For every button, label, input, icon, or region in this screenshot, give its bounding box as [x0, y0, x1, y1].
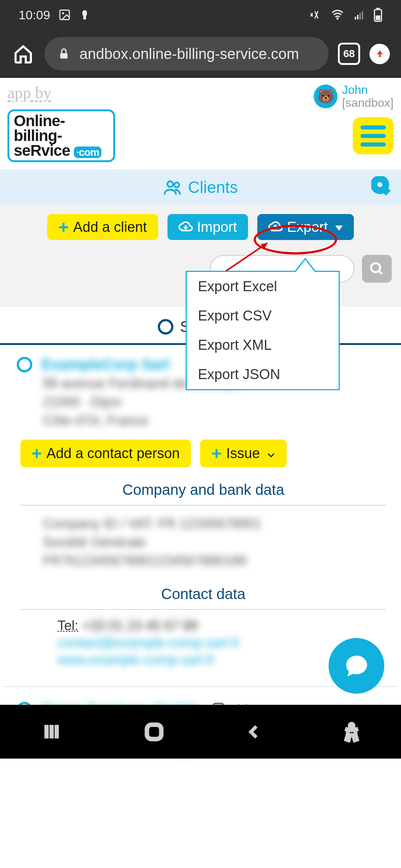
signal-icon: [353, 9, 366, 20]
accessibility-button[interactable]: [342, 721, 361, 743]
svg-point-16: [371, 263, 380, 272]
add-client-button[interactable]: + Add a client: [47, 214, 158, 240]
svg-rect-29: [147, 724, 161, 739]
list-search-button[interactable]: [362, 255, 392, 283]
lock-icon: [58, 47, 70, 61]
clients-header-bar: Clients: [0, 170, 401, 205]
svg-rect-9: [376, 8, 380, 10]
svg-line-17: [379, 271, 382, 274]
import-button[interactable]: Import: [167, 214, 248, 240]
svg-rect-5: [357, 15, 359, 20]
svg-point-1: [62, 12, 64, 14]
people-icon: [163, 179, 182, 195]
contact-email-link[interactable]: contact@example-comp-sarl.fr: [17, 635, 390, 651]
tab-count-button[interactable]: 68: [338, 43, 360, 65]
select-circle[interactable]: [17, 357, 32, 372]
plus-icon: +: [211, 443, 222, 464]
svg-point-14: [374, 179, 386, 191]
home-button[interactable]: [143, 721, 165, 743]
status-time: 10:09: [19, 8, 50, 22]
user-name: John: [342, 83, 394, 96]
issue-button[interactable]: + Issue: [200, 440, 287, 467]
chevron-down-icon: [267, 445, 276, 461]
android-status-bar: 10:09: [0, 0, 401, 30]
url-bar[interactable]: andbox.online-billing-service.com: [45, 37, 329, 70]
url-text: andbox.online-billing-service.com: [79, 46, 299, 62]
svg-rect-0: [60, 10, 69, 20]
browser-toolbar: andbox.online-billing-service.com 68: [0, 30, 401, 78]
svg-point-30: [349, 724, 353, 727]
plus-icon: +: [32, 443, 42, 464]
svg-rect-7: [362, 11, 363, 20]
actions-row: + Add a client Import Export: [0, 214, 401, 240]
svg-rect-2: [83, 16, 86, 20]
wifi-icon: [330, 9, 345, 21]
company-data-2: Société Générale: [43, 535, 390, 550]
user-chip[interactable]: 🐻 John [sandbox]: [314, 83, 394, 109]
back-button[interactable]: [245, 721, 262, 743]
client-address-3: Côte-d'Or, France: [43, 413, 390, 428]
app-by-label: app by: [7, 83, 52, 102]
chat-icon: [343, 652, 371, 680]
browser-update-button[interactable]: [369, 44, 390, 64]
page-content: app by 🐻 John [sandbox] Online-billing- …: [0, 78, 401, 759]
page-title: Clients: [188, 178, 238, 197]
company-data-3: FR7612345678901234567890189: [43, 553, 390, 569]
svg-rect-11: [60, 53, 68, 59]
logo[interactable]: Online-billing- seRvice ·com: [7, 109, 115, 162]
cloud-download-icon: [179, 221, 193, 233]
chevron-down-icon: [332, 219, 343, 235]
export-xml-item[interactable]: Export XML: [187, 331, 339, 360]
contact-tel: Tel: +33 01 23 45 67 89: [17, 618, 390, 634]
android-nav-bar: [0, 705, 401, 759]
svg-line-15: [384, 189, 388, 193]
svg-point-12: [167, 181, 173, 187]
battery-icon: [374, 8, 382, 22]
cloud-upload-icon: [268, 221, 283, 233]
chat-fab-button[interactable]: [329, 638, 384, 694]
export-button[interactable]: Export: [257, 214, 354, 240]
circle-icon: [158, 319, 173, 335]
user-env: [sandbox]: [342, 96, 394, 109]
client-address-2: 21000 · Dijon: [43, 394, 390, 410]
mascot-icon: [79, 9, 90, 21]
export-excel-item[interactable]: Export Excel: [187, 272, 339, 301]
plus-icon: +: [58, 217, 69, 237]
section-contact-title: Contact data: [17, 579, 390, 609]
client-name-link[interactable]: ExampleCorp Sarl: [42, 356, 170, 373]
browser-home-button[interactable]: [11, 42, 35, 66]
export-json-item[interactable]: Export JSON: [187, 360, 339, 389]
header-search-button[interactable]: [371, 176, 392, 198]
export-csv-item[interactable]: Export CSV: [187, 301, 339, 331]
recents-button[interactable]: [40, 721, 63, 742]
image-icon: [58, 9, 71, 21]
avatar: 🐻: [314, 85, 338, 108]
export-dropdown: Export Excel Export CSV Export XML Expor…: [186, 271, 340, 390]
svg-point-3: [336, 17, 339, 20]
company-data-1: Company ID / VAT: FR 12345678901: [43, 516, 390, 532]
client-card: ExampleCorp Sarl 99 avenue Ferdinand de …: [0, 345, 401, 671]
svg-point-13: [175, 183, 179, 187]
vibrate-icon: [307, 9, 322, 21]
section-company-title: Company and bank data: [17, 475, 390, 505]
svg-rect-4: [355, 17, 356, 20]
svg-rect-6: [359, 13, 361, 20]
add-contact-button[interactable]: + Add a contact person: [20, 440, 191, 467]
svg-rect-10: [376, 16, 381, 20]
hamburger-menu-button[interactable]: [353, 117, 394, 154]
